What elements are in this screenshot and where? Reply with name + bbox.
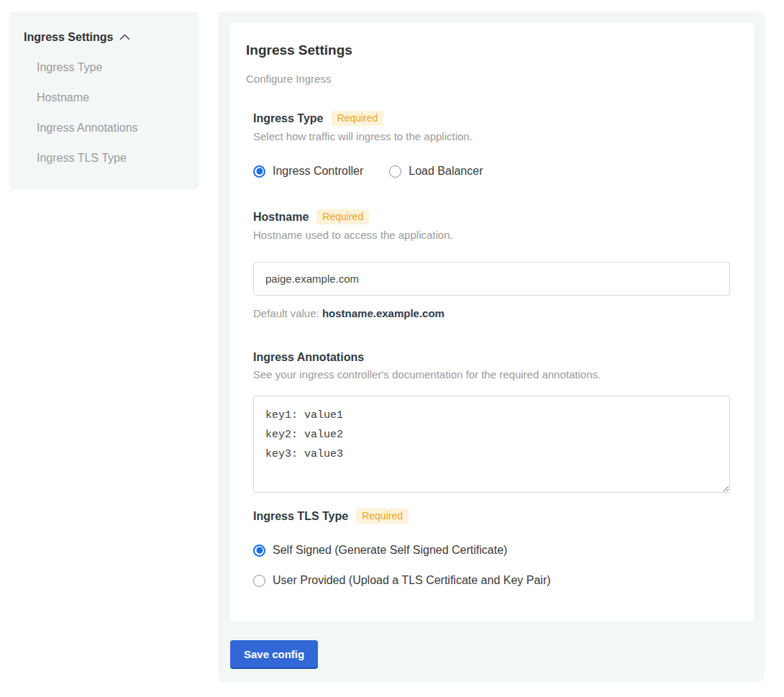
page-title: Ingress Settings (246, 43, 730, 58)
radio-button-icon[interactable] (253, 165, 265, 178)
radio-label: Load Balancer (409, 165, 483, 178)
radio-ingress-controller[interactable]: Ingress Controller (253, 165, 363, 178)
ingress-type-radio-group: Ingress Controller Load Balancer (253, 165, 730, 178)
config-nav-sidebar: Ingress Settings Ingress Type Hostname I… (9, 12, 199, 190)
section-title-ingress-annotations: Ingress Annotations (253, 351, 364, 364)
ingress-annotations-textarea[interactable]: key1: value1 key2: value2 key3: value3 (253, 396, 730, 493)
section-title-hostname: Hostname (253, 211, 309, 224)
section-title-ingress-tls-type: Ingress TLS Type (253, 510, 348, 523)
radio-load-balancer[interactable]: Load Balancer (389, 165, 483, 178)
required-badge: Required (356, 509, 409, 524)
section-help-hostname: Hostname used to access the application. (253, 229, 730, 241)
radio-self-signed[interactable]: Self Signed (Generate Self Signed Certif… (253, 544, 730, 557)
sidebar-item-list: Ingress Type Hostname Ingress Annotation… (24, 61, 185, 164)
radio-label: User Provided (Upload a TLS Certificate … (273, 574, 551, 587)
sidebar-item-ingress-annotations[interactable]: Ingress Annotations (24, 122, 185, 134)
radio-button-icon[interactable] (253, 545, 265, 557)
sidebar-item-ingress-tls-type[interactable]: Ingress TLS Type (24, 152, 185, 164)
required-badge: Required (332, 111, 384, 126)
section-ingress-annotations: Ingress Annotations See your ingress con… (253, 351, 730, 493)
ingress-settings-card: Ingress Settings Configure Ingress Ingre… (230, 23, 754, 621)
required-badge: Required (316, 209, 369, 224)
tls-type-radio-group: Self Signed (Generate Self Signed Certif… (253, 544, 730, 587)
sidebar-group-ingress-settings[interactable]: Ingress Settings (24, 31, 185, 43)
section-help-ingress-annotations: See your ingress controller's documentat… (253, 369, 730, 381)
page-subtitle: Configure Ingress (246, 73, 730, 85)
radio-button-icon[interactable] (389, 165, 401, 178)
radio-label: Self Signed (Generate Self Signed Certif… (273, 544, 507, 557)
config-main-container: Ingress Settings Configure Ingress Ingre… (218, 12, 765, 682)
default-value-text: hostname.example.com (322, 307, 445, 319)
section-title-row: Ingress Annotations (253, 351, 730, 364)
section-ingress-type: Ingress Type Required Select how traffic… (253, 111, 730, 178)
section-help-ingress-type: Select how traffic will ingress to the a… (253, 131, 730, 142)
radio-user-provided[interactable]: User Provided (Upload a TLS Certificate … (253, 574, 730, 587)
sidebar-item-hostname[interactable]: Hostname (24, 91, 185, 104)
radio-button-icon[interactable] (253, 575, 265, 587)
config-sections: Ingress Type Required Select how traffic… (246, 111, 730, 587)
section-title-row: Ingress Type Required (253, 111, 730, 126)
chevron-up-icon (119, 34, 130, 40)
hostname-input[interactable] (253, 262, 730, 296)
sidebar-group-label: Ingress Settings (24, 31, 113, 43)
section-title-ingress-type: Ingress Type (253, 112, 324, 125)
save-config-button[interactable]: Save config (230, 640, 318, 668)
section-title-row: Ingress TLS Type Required (253, 509, 730, 524)
radio-label: Ingress Controller (273, 165, 363, 178)
sidebar-item-ingress-type[interactable]: Ingress Type (24, 61, 185, 73)
default-value-prefix: Default value: (253, 307, 322, 319)
section-title-row: Hostname Required (253, 209, 730, 224)
section-ingress-tls-type: Ingress TLS Type Required Self Signed (G… (253, 509, 730, 587)
section-hostname: Hostname Required Hostname used to acces… (253, 209, 730, 319)
hostname-default-value-line: Default value: hostname.example.com (253, 308, 730, 319)
